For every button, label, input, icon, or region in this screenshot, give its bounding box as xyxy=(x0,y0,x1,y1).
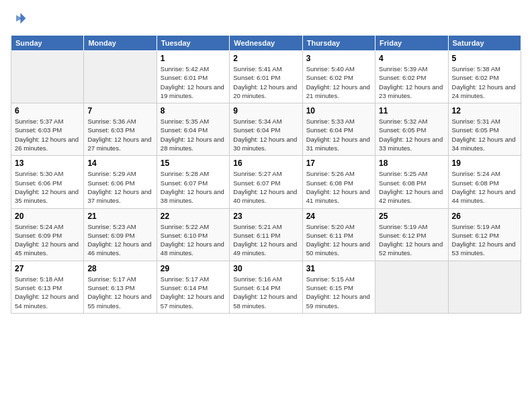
day-number: 17 xyxy=(306,158,371,168)
day-info: Sunrise: 5:37 AMSunset: 6:03 PMDaylight:… xyxy=(15,117,80,152)
day-number: 29 xyxy=(161,264,226,273)
calendar-cell: 22Sunrise: 5:22 AMSunset: 6:10 PMDayligh… xyxy=(157,208,229,261)
day-info: Sunrise: 5:26 AMSunset: 6:08 PMDaylight:… xyxy=(306,169,371,205)
day-number: 18 xyxy=(379,158,444,168)
day-number: 23 xyxy=(233,212,298,221)
day-info: Sunrise: 5:20 AMSunset: 6:11 PMDaylight:… xyxy=(306,222,371,258)
day-number: 14 xyxy=(87,158,152,168)
day-info: Sunrise: 5:41 AMSunset: 6:01 PMDaylight:… xyxy=(233,64,298,100)
logo-icon xyxy=(11,11,27,27)
calendar-cell: 21Sunrise: 5:23 AMSunset: 6:09 PMDayligh… xyxy=(84,208,157,261)
calendar-cell: 16Sunrise: 5:27 AMSunset: 6:07 PMDayligh… xyxy=(230,156,302,208)
calendar-cell: 13Sunrise: 5:30 AMSunset: 6:06 PMDayligh… xyxy=(11,156,84,208)
calendar-cell: 18Sunrise: 5:25 AMSunset: 6:08 PMDayligh… xyxy=(375,156,448,208)
calendar-cell: 25Sunrise: 5:19 AMSunset: 6:12 PMDayligh… xyxy=(375,208,448,261)
day-info: Sunrise: 5:28 AMSunset: 6:07 PMDaylight:… xyxy=(161,169,226,205)
day-info: Sunrise: 5:19 AMSunset: 6:12 PMDaylight:… xyxy=(379,222,444,258)
day-number: 20 xyxy=(15,212,80,221)
calendar-cell: 1Sunrise: 5:42 AMSunset: 6:01 PMDaylight… xyxy=(157,51,229,103)
day-info: Sunrise: 5:32 AMSunset: 6:05 PMDaylight:… xyxy=(379,117,444,152)
day-info: Sunrise: 5:21 AMSunset: 6:11 PMDaylight:… xyxy=(233,222,298,258)
day-info: Sunrise: 5:25 AMSunset: 6:08 PMDaylight:… xyxy=(379,169,444,205)
day-info: Sunrise: 5:30 AMSunset: 6:06 PMDaylight:… xyxy=(15,169,80,205)
day-number: 5 xyxy=(452,54,517,63)
calendar-cell: 8Sunrise: 5:35 AMSunset: 6:04 PMDaylight… xyxy=(157,103,229,156)
day-info: Sunrise: 5:17 AMSunset: 6:14 PMDaylight:… xyxy=(161,275,226,310)
day-number: 2 xyxy=(233,54,298,63)
column-header-monday: Monday xyxy=(84,36,157,51)
calendar-cell: 14Sunrise: 5:29 AMSunset: 6:06 PMDayligh… xyxy=(84,156,157,208)
calendar-cell: 4Sunrise: 5:39 AMSunset: 6:02 PMDaylight… xyxy=(375,51,448,103)
column-header-wednesday: Wednesday xyxy=(230,36,302,51)
day-number: 22 xyxy=(161,212,226,221)
day-info: Sunrise: 5:33 AMSunset: 6:04 PMDaylight:… xyxy=(306,117,371,152)
day-info: Sunrise: 5:24 AMSunset: 6:09 PMDaylight:… xyxy=(15,222,80,258)
calendar-cell: 15Sunrise: 5:28 AMSunset: 6:07 PMDayligh… xyxy=(157,156,229,208)
calendar-body: 1Sunrise: 5:42 AMSunset: 6:01 PMDaylight… xyxy=(11,51,521,314)
day-info: Sunrise: 5:42 AMSunset: 6:01 PMDaylight:… xyxy=(161,64,226,100)
day-number: 15 xyxy=(161,158,226,168)
day-info: Sunrise: 5:15 AMSunset: 6:15 PMDaylight:… xyxy=(306,275,371,310)
day-info: Sunrise: 5:35 AMSunset: 6:04 PMDaylight:… xyxy=(161,117,226,152)
calendar-cell: 29Sunrise: 5:17 AMSunset: 6:14 PMDayligh… xyxy=(157,261,229,313)
day-number: 3 xyxy=(306,54,371,63)
day-number: 13 xyxy=(15,158,80,168)
day-number: 9 xyxy=(233,106,298,116)
calendar-week-1: 1Sunrise: 5:42 AMSunset: 6:01 PMDaylight… xyxy=(11,51,521,103)
calendar-cell: 9Sunrise: 5:34 AMSunset: 6:04 PMDaylight… xyxy=(230,103,302,156)
column-header-friday: Friday xyxy=(375,36,448,51)
column-header-tuesday: Tuesday xyxy=(157,36,229,51)
calendar-cell: 11Sunrise: 5:32 AMSunset: 6:05 PMDayligh… xyxy=(375,103,448,156)
calendar-cell: 3Sunrise: 5:40 AMSunset: 6:02 PMDaylight… xyxy=(302,51,375,103)
day-number: 11 xyxy=(379,106,444,116)
day-info: Sunrise: 5:19 AMSunset: 6:12 PMDaylight:… xyxy=(452,222,517,258)
day-number: 25 xyxy=(379,212,444,221)
calendar-cell: 26Sunrise: 5:19 AMSunset: 6:12 PMDayligh… xyxy=(448,208,521,261)
calendar-table: SundayMondayTuesdayWednesdayThursdayFrid… xyxy=(11,35,521,314)
day-number: 6 xyxy=(15,106,80,116)
calendar-cell: 7Sunrise: 5:36 AMSunset: 6:03 PMDaylight… xyxy=(84,103,157,156)
calendar-cell: 30Sunrise: 5:16 AMSunset: 6:14 PMDayligh… xyxy=(230,261,302,313)
calendar-week-3: 13Sunrise: 5:30 AMSunset: 6:06 PMDayligh… xyxy=(11,156,521,208)
calendar-cell: 6Sunrise: 5:37 AMSunset: 6:03 PMDaylight… xyxy=(11,103,84,156)
calendar-cell: 5Sunrise: 5:38 AMSunset: 6:02 PMDaylight… xyxy=(448,51,521,103)
calendar-cell: 10Sunrise: 5:33 AMSunset: 6:04 PMDayligh… xyxy=(302,103,375,156)
day-info: Sunrise: 5:36 AMSunset: 6:03 PMDaylight:… xyxy=(87,117,152,152)
day-info: Sunrise: 5:29 AMSunset: 6:06 PMDaylight:… xyxy=(87,169,152,205)
calendar-cell xyxy=(448,261,521,313)
day-number: 16 xyxy=(233,158,298,168)
day-number: 8 xyxy=(161,106,226,116)
calendar-week-4: 20Sunrise: 5:24 AMSunset: 6:09 PMDayligh… xyxy=(11,208,521,261)
day-info: Sunrise: 5:23 AMSunset: 6:09 PMDaylight:… xyxy=(87,222,152,258)
calendar-cell xyxy=(375,261,448,313)
day-info: Sunrise: 5:27 AMSunset: 6:07 PMDaylight:… xyxy=(233,169,298,205)
day-info: Sunrise: 5:38 AMSunset: 6:02 PMDaylight:… xyxy=(452,64,517,100)
calendar-cell: 20Sunrise: 5:24 AMSunset: 6:09 PMDayligh… xyxy=(11,208,84,261)
day-number: 27 xyxy=(15,264,80,273)
column-header-saturday: Saturday xyxy=(448,36,521,51)
column-header-sunday: Sunday xyxy=(11,36,84,51)
calendar-cell: 2Sunrise: 5:41 AMSunset: 6:01 PMDaylight… xyxy=(230,51,302,103)
day-number: 28 xyxy=(87,264,152,273)
day-info: Sunrise: 5:34 AMSunset: 6:04 PMDaylight:… xyxy=(233,117,298,152)
calendar-cell: 23Sunrise: 5:21 AMSunset: 6:11 PMDayligh… xyxy=(230,208,302,261)
day-number: 30 xyxy=(233,264,298,273)
day-info: Sunrise: 5:40 AMSunset: 6:02 PMDaylight:… xyxy=(306,64,371,100)
page-header xyxy=(11,11,521,27)
day-number: 7 xyxy=(87,106,152,116)
calendar-cell: 17Sunrise: 5:26 AMSunset: 6:08 PMDayligh… xyxy=(302,156,375,208)
calendar-cell: 24Sunrise: 5:20 AMSunset: 6:11 PMDayligh… xyxy=(302,208,375,261)
calendar-cell: 31Sunrise: 5:15 AMSunset: 6:15 PMDayligh… xyxy=(302,261,375,313)
day-number: 10 xyxy=(306,106,371,116)
day-number: 31 xyxy=(306,264,371,273)
calendar-cell xyxy=(11,51,84,103)
day-number: 21 xyxy=(87,212,152,221)
day-number: 24 xyxy=(306,212,371,221)
day-info: Sunrise: 5:39 AMSunset: 6:02 PMDaylight:… xyxy=(379,64,444,100)
calendar-header-row: SundayMondayTuesdayWednesdayThursdayFrid… xyxy=(11,36,521,51)
logo xyxy=(11,11,30,27)
day-number: 26 xyxy=(452,212,517,221)
calendar-cell: 19Sunrise: 5:24 AMSunset: 6:08 PMDayligh… xyxy=(448,156,521,208)
calendar-week-5: 27Sunrise: 5:18 AMSunset: 6:13 PMDayligh… xyxy=(11,261,521,313)
day-number: 19 xyxy=(452,158,517,168)
